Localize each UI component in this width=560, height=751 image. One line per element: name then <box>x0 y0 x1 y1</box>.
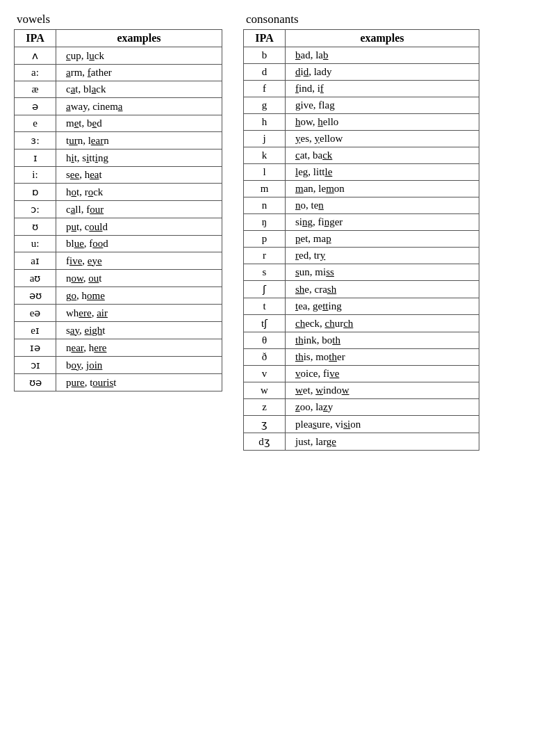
consonant-row: rred, try <box>244 248 479 264</box>
consonant-row: kcat, back <box>244 147 479 164</box>
vowel-example: hot, rock <box>56 184 222 201</box>
consonant-ipa: ð <box>244 349 286 366</box>
vowel-ipa: ʊə <box>15 374 56 391</box>
consonant-example: find, if <box>286 81 479 97</box>
vowel-row: aɪfive, eye <box>15 252 222 270</box>
consonant-row: ŋsing, finger <box>244 214 479 231</box>
vowel-row: ɔɪboy, join <box>15 357 222 374</box>
vowel-example: now, out <box>56 270 222 287</box>
vowel-row: ɔ:call, four <box>15 201 222 218</box>
consonant-row: mman, lemon <box>244 181 479 197</box>
consonant-example: did, lady <box>286 64 479 81</box>
consonant-row: θthink, both <box>244 332 479 349</box>
consonant-row: dʒjust, large <box>244 433 479 451</box>
vowel-row: i:see, heat <box>15 167 222 184</box>
vowel-ipa: ɔɪ <box>15 357 56 374</box>
vowels-examples-header: examples <box>56 30 222 47</box>
consonant-ipa: dʒ <box>244 433 286 451</box>
consonant-example: red, try <box>286 248 479 264</box>
consonant-row: ʒpleasure, vision <box>244 416 479 433</box>
consonant-example: wet, window <box>286 382 479 399</box>
vowel-example: call, four <box>56 201 222 218</box>
vowel-example: hit, sitting <box>56 150 222 167</box>
consonant-row: ttea, getting <box>244 298 479 315</box>
consonants-ipa-header: IPA <box>244 30 286 47</box>
vowel-ipa: e <box>15 115 56 132</box>
vowel-example: where, air <box>56 305 222 322</box>
consonant-ipa: θ <box>244 332 286 349</box>
vowel-ipa: u: <box>15 236 56 252</box>
vowel-row: a:arm, father <box>15 65 222 81</box>
consonant-row: zzoo, lazy <box>244 399 479 416</box>
vowel-example: cup, luck <box>56 47 222 65</box>
vowel-example: turn, learn <box>56 132 222 150</box>
consonant-example: how, hello <box>286 114 479 131</box>
vowel-example: arm, father <box>56 65 222 81</box>
consonant-example: cat, back <box>286 147 479 164</box>
consonant-ipa: g <box>244 97 286 114</box>
vowel-example: five, eye <box>56 252 222 270</box>
vowels-section: vowels IPA examples ʌcup, lucka:arm, fat… <box>14 13 222 391</box>
vowel-row: əaway, cinema <box>15 98 222 115</box>
consonant-ipa: v <box>244 366 286 382</box>
vowel-ipa: ɔ: <box>15 201 56 218</box>
consonant-ipa: h <box>244 114 286 131</box>
consonant-ipa: j <box>244 131 286 147</box>
consonant-example: just, large <box>286 433 479 451</box>
consonant-row: lleg, little <box>244 164 479 181</box>
consonant-example: check, church <box>286 315 479 332</box>
consonant-example: she, crash <box>286 281 479 298</box>
consonant-row: wwet, window <box>244 382 479 399</box>
consonant-example: tea, getting <box>286 298 479 315</box>
vowel-ipa: ʌ <box>15 47 56 65</box>
consonant-row: vvoice, five <box>244 366 479 382</box>
consonant-example: leg, little <box>286 164 479 181</box>
consonant-example: this, mother <box>286 349 479 366</box>
consonant-row: ddid, lady <box>244 64 479 81</box>
consonant-row: jyes, yellow <box>244 131 479 147</box>
consonant-ipa: b <box>244 47 286 64</box>
consonant-ipa: ʒ <box>244 416 286 433</box>
vowel-ipa: eə <box>15 305 56 322</box>
consonant-row: hhow, hello <box>244 114 479 131</box>
vowel-row: æcat, black <box>15 81 222 98</box>
page-wrapper: vowels IPA examples ʌcup, lucka:arm, fat… <box>14 13 546 451</box>
consonant-ipa: n <box>244 197 286 214</box>
vowel-ipa: ɒ <box>15 184 56 201</box>
vowel-ipa: ɜ: <box>15 132 56 150</box>
consonant-row: nno, ten <box>244 197 479 214</box>
consonant-example: no, ten <box>286 197 479 214</box>
vowel-example: cat, black <box>56 81 222 98</box>
vowel-ipa: i: <box>15 167 56 184</box>
consonant-example: man, lemon <box>286 181 479 197</box>
consonant-example: pet, map <box>286 231 479 248</box>
consonant-row: ðthis, mother <box>244 349 479 366</box>
vowel-example: away, cinema <box>56 98 222 115</box>
vowel-ipa: ɪə <box>15 339 56 357</box>
consonant-example: bad, lab <box>286 47 479 64</box>
vowel-row: əʊgo, home <box>15 287 222 305</box>
consonant-row: ʃshe, crash <box>244 281 479 298</box>
consonant-row: tʃcheck, church <box>244 315 479 332</box>
vowel-row: aʊnow, out <box>15 270 222 287</box>
vowel-example: put, could <box>56 218 222 236</box>
consonant-ipa: ʃ <box>244 281 286 298</box>
consonant-ipa: s <box>244 264 286 281</box>
consonant-example: sing, finger <box>286 214 479 231</box>
vowel-example: say, eight <box>56 322 222 339</box>
consonant-ipa: r <box>244 248 286 264</box>
vowel-row: ʊput, could <box>15 218 222 236</box>
vowels-body: ʌcup, lucka:arm, fatheræcat, blackəaway,… <box>15 47 222 391</box>
consonant-ipa: w <box>244 382 286 399</box>
consonants-body: bbad, labddid, ladyffind, ifggive, flagh… <box>244 47 479 451</box>
vowel-ipa: ʊ <box>15 218 56 236</box>
vowels-table: IPA examples ʌcup, lucka:arm, fatheræcat… <box>14 29 222 391</box>
consonants-section: consonants IPA examples bbad, labddid, l… <box>243 13 479 451</box>
vowel-example: met, bed <box>56 115 222 132</box>
vowel-row: ʌcup, luck <box>15 47 222 65</box>
vowel-ipa: a: <box>15 65 56 81</box>
consonants-header-row: IPA examples <box>244 30 479 47</box>
vowel-ipa: ɪ <box>15 150 56 167</box>
consonant-ipa: m <box>244 181 286 197</box>
consonant-ipa: p <box>244 231 286 248</box>
